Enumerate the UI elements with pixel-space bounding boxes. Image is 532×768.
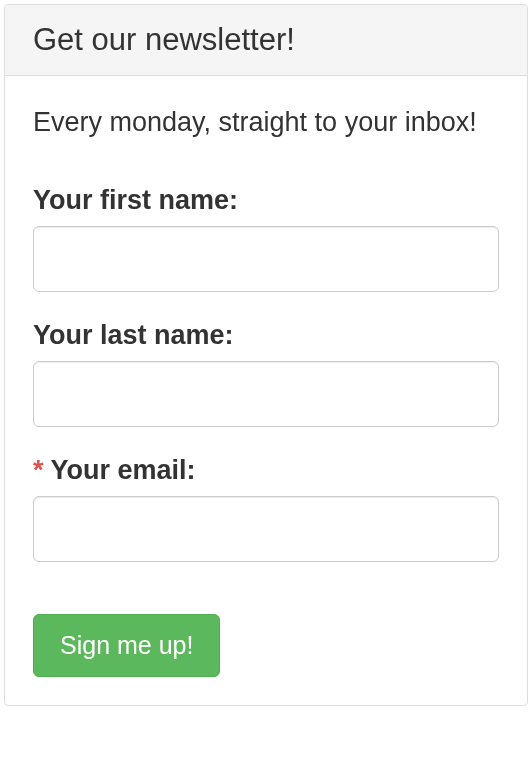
required-asterisk: * xyxy=(33,455,44,485)
panel-body: Every monday, straight to your inbox! Yo… xyxy=(5,76,527,705)
last-name-input[interactable] xyxy=(33,361,499,427)
newsletter-panel: Get our newsletter! Every monday, straig… xyxy=(4,4,528,706)
first-name-input[interactable] xyxy=(33,226,499,292)
last-name-label: Your last name: xyxy=(33,320,499,351)
email-group: * Your email: xyxy=(33,455,499,562)
panel-heading: Get our newsletter! xyxy=(5,5,527,76)
email-label-text: Your email: xyxy=(51,455,196,485)
email-input[interactable] xyxy=(33,496,499,562)
submit-button[interactable]: Sign me up! xyxy=(33,614,220,677)
panel-subtitle: Every monday, straight to your inbox! xyxy=(33,104,499,140)
email-label: * Your email: xyxy=(33,455,499,486)
submit-wrap: Sign me up! xyxy=(33,614,499,677)
first-name-group: Your first name: xyxy=(33,185,499,292)
last-name-group: Your last name: xyxy=(33,320,499,427)
panel-title: Get our newsletter! xyxy=(33,23,499,57)
first-name-label: Your first name: xyxy=(33,185,499,216)
